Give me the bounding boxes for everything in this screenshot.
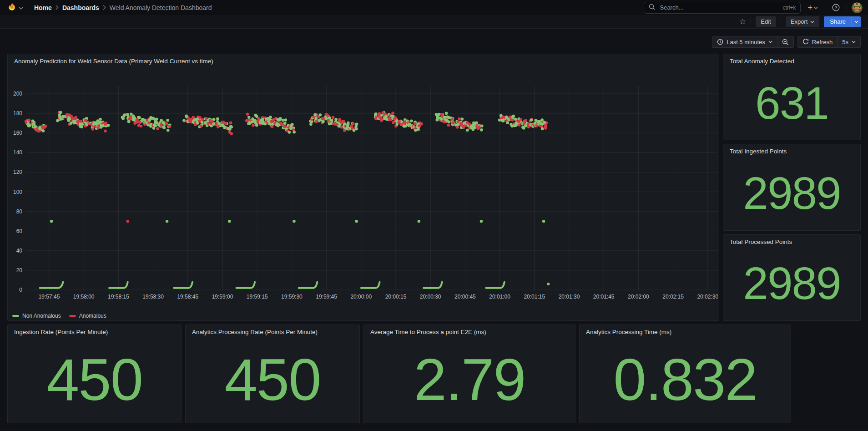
legend-swatch-red bbox=[69, 315, 76, 317]
export-button[interactable]: Export bbox=[786, 16, 820, 27]
svg-text:20:00:15: 20:00:15 bbox=[385, 294, 407, 300]
svg-text:180: 180 bbox=[13, 110, 22, 117]
zoom-out-time-button[interactable] bbox=[777, 36, 793, 47]
panel-total-ingested-points: Total Ingested Points 2989 bbox=[723, 144, 861, 230]
svg-text:80: 80 bbox=[16, 208, 23, 215]
time-range-label: Last 5 minutes bbox=[727, 39, 765, 46]
scatter-chart[interactable]: 02040608010012014016018020019:57:4519:58… bbox=[8, 66, 718, 311]
stat-value: 2.79 bbox=[364, 336, 575, 423]
user-avatar[interactable] bbox=[852, 2, 863, 13]
share-menu-caret[interactable] bbox=[852, 16, 861, 27]
legend-label: Anomalous bbox=[79, 313, 106, 319]
stat-title: Average Time to Process a point E2E (ms) bbox=[364, 325, 575, 336]
chevron-down-icon bbox=[810, 20, 814, 23]
search-shortcut-hint: ctrl+k bbox=[782, 5, 796, 11]
bottom-stats-row: Ingestion Rate (Points Per Minute) 450 A… bbox=[7, 325, 861, 423]
grafana-logo-icon bbox=[7, 2, 17, 13]
svg-text:19:58:00: 19:58:00 bbox=[73, 294, 95, 300]
question-circle-icon: ? bbox=[832, 4, 840, 11]
svg-text:60: 60 bbox=[16, 228, 23, 234]
stat-value: 2989 bbox=[723, 246, 860, 320]
refresh-interval-picker[interactable]: 5s bbox=[837, 36, 860, 47]
panel-analytics-processing-time: Analytics Processing Time (ms) 0.832 bbox=[579, 325, 791, 423]
chart-legend: Non Anomalous Anomalous bbox=[8, 311, 719, 320]
stat-title: Total Processed Points bbox=[723, 235, 860, 246]
panel-total-processed-points: Total Processed Points 2989 bbox=[723, 234, 861, 321]
breadcrumb: Home Dashboards Weld Anomaly Detection D… bbox=[34, 4, 212, 11]
refresh-interval-label: 5s bbox=[842, 39, 848, 46]
svg-text:19:58:45: 19:58:45 bbox=[177, 294, 198, 300]
divider bbox=[781, 18, 781, 25]
svg-text:19:59:15: 19:59:15 bbox=[247, 294, 268, 300]
divider bbox=[751, 18, 751, 25]
favorite-star-icon[interactable]: ☆ bbox=[739, 18, 746, 25]
grafana-logo-menu[interactable] bbox=[5, 1, 25, 14]
legend-swatch-green bbox=[12, 315, 19, 317]
svg-text:120: 120 bbox=[13, 169, 22, 175]
svg-text:20: 20 bbox=[16, 267, 23, 274]
stat-value: 631 bbox=[723, 66, 860, 140]
share-button[interactable]: Share bbox=[824, 16, 852, 27]
breadcrumb-home[interactable]: Home bbox=[34, 4, 52, 11]
panel-average-e2e-time: Average Time to Process a point E2E (ms)… bbox=[363, 325, 575, 423]
chevron-down-icon bbox=[768, 41, 772, 43]
svg-text:20:01:00: 20:01:00 bbox=[489, 294, 510, 300]
panel-ingestion-rate: Ingestion Rate (Points Per Minute) 450 bbox=[7, 325, 182, 423]
svg-text:40: 40 bbox=[16, 248, 23, 254]
time-range-picker[interactable]: Last 5 minutes bbox=[712, 36, 777, 47]
search-input[interactable] bbox=[659, 4, 779, 11]
panel-total-anomaly-detected: Total Anomaly Detected 631 bbox=[723, 54, 861, 140]
refresh-label: Refresh bbox=[812, 39, 833, 46]
help-button[interactable]: ? bbox=[830, 2, 842, 13]
clock-icon bbox=[717, 39, 723, 45]
breadcrumb-dashboards[interactable]: Dashboards bbox=[62, 4, 99, 11]
svg-text:19:57:45: 19:57:45 bbox=[39, 294, 60, 300]
zoom-out-icon bbox=[782, 39, 789, 46]
plus-icon: + bbox=[807, 4, 812, 12]
svg-text:160: 160 bbox=[13, 130, 22, 136]
divider bbox=[847, 4, 847, 11]
svg-text:20:00:30: 20:00:30 bbox=[420, 294, 441, 300]
right-stats-column: Total Anomaly Detected 631 Total Ingeste… bbox=[723, 54, 861, 321]
stat-title: Total Anomaly Detected bbox=[723, 54, 860, 66]
svg-text:200: 200 bbox=[13, 91, 22, 97]
stat-title: Total Ingested Points bbox=[723, 144, 860, 156]
svg-text:20:02:30: 20:02:30 bbox=[697, 294, 718, 300]
chevron-down-icon bbox=[852, 41, 856, 43]
chevron-down-icon bbox=[854, 20, 858, 23]
stat-value: 0.832 bbox=[580, 336, 791, 423]
dashboard-toolbar: ☆ Edit Export Share bbox=[0, 15, 868, 29]
svg-text:19:59:45: 19:59:45 bbox=[316, 294, 337, 300]
legend-item-non-anomalous[interactable]: Non Anomalous bbox=[12, 313, 61, 319]
legend-label: Non Anomalous bbox=[22, 313, 61, 319]
search-icon bbox=[649, 4, 655, 11]
new-create-button[interactable]: + bbox=[805, 2, 820, 13]
stat-value: 450 bbox=[186, 336, 359, 423]
chevron-down-icon bbox=[19, 4, 23, 11]
chevron-right-icon bbox=[103, 5, 106, 10]
svg-text:100: 100 bbox=[13, 189, 22, 195]
stat-title: Analytics Processing Time (ms) bbox=[580, 325, 791, 336]
panel-anomaly-prediction-chart: Anomaly Prediction for Weld Sensor Data … bbox=[7, 54, 719, 321]
svg-text:20:01:30: 20:01:30 bbox=[559, 294, 580, 300]
svg-text:?: ? bbox=[835, 5, 838, 10]
search-input-container[interactable]: ctrl+k bbox=[644, 2, 801, 14]
svg-text:140: 140 bbox=[13, 149, 22, 156]
svg-text:20:00:00: 20:00:00 bbox=[350, 294, 372, 300]
svg-text:20:01:15: 20:01:15 bbox=[524, 294, 545, 300]
legend-item-anomalous[interactable]: Anomalous bbox=[69, 313, 106, 319]
panel-analytics-processing-rate: Analytics Processing Rate (Points Per Mi… bbox=[185, 325, 360, 423]
breadcrumb-current-page: Weld Anomaly Detection Dashboard bbox=[110, 4, 212, 11]
svg-text:19:59:30: 19:59:30 bbox=[281, 294, 303, 300]
time-controls-bar: Last 5 minutes Refresh 5s bbox=[7, 36, 861, 48]
chevron-down-icon bbox=[814, 6, 818, 9]
edit-button[interactable]: Edit bbox=[756, 16, 776, 27]
chart-panel-title: Anomaly Prediction for Weld Sensor Data … bbox=[8, 54, 719, 66]
chevron-right-icon bbox=[56, 5, 59, 10]
svg-text:19:58:30: 19:58:30 bbox=[142, 294, 164, 300]
svg-text:19:59:00: 19:59:00 bbox=[212, 294, 233, 300]
refresh-button[interactable]: Refresh bbox=[798, 36, 838, 47]
stat-value: 450 bbox=[8, 336, 181, 423]
top-nav-bar: Home Dashboards Weld Anomaly Detection D… bbox=[0, 0, 868, 15]
stat-title: Ingestion Rate (Points Per Minute) bbox=[8, 325, 181, 336]
